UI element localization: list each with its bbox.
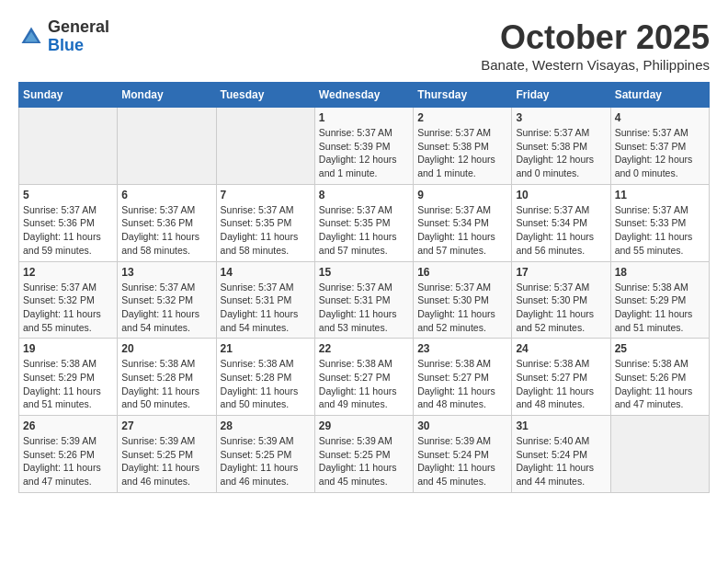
day-info: Sunrise: 5:37 AM Sunset: 5:34 PM Dayligh… — [417, 203, 507, 258]
calendar-cell: 30Sunrise: 5:39 AM Sunset: 5:24 PM Dayli… — [414, 416, 512, 493]
day-info: Sunrise: 5:37 AM Sunset: 5:32 PM Dayligh… — [23, 281, 113, 335]
day-info: Sunrise: 5:39 AM Sunset: 5:25 PM Dayligh… — [221, 434, 311, 488]
day-info: Sunrise: 5:37 AM Sunset: 5:35 PM Dayligh… — [221, 203, 311, 258]
day-number: 15 — [319, 266, 409, 279]
day-info: Sunrise: 5:38 AM Sunset: 5:29 PM Dayligh… — [23, 357, 113, 411]
day-number: 25 — [615, 342, 705, 355]
calendar-cell: 21Sunrise: 5:38 AM Sunset: 5:28 PM Dayli… — [216, 339, 314, 416]
day-info: Sunrise: 5:37 AM Sunset: 5:39 PM Dayligh… — [319, 126, 409, 180]
day-info: Sunrise: 5:38 AM Sunset: 5:27 PM Dayligh… — [516, 357, 606, 411]
calendar-cell: 25Sunrise: 5:38 AM Sunset: 5:26 PM Dayli… — [610, 339, 709, 416]
day-number: 13 — [121, 266, 211, 279]
weekday-header-row: SundayMondayTuesdayWednesdayThursdayFrid… — [19, 83, 710, 108]
calendar-cell: 28Sunrise: 5:39 AM Sunset: 5:25 PM Dayli… — [216, 416, 314, 493]
day-info: Sunrise: 5:37 AM Sunset: 5:33 PM Dayligh… — [615, 203, 705, 258]
day-number: 14 — [221, 266, 311, 279]
calendar-cell: 11Sunrise: 5:37 AM Sunset: 5:33 PM Dayli… — [610, 184, 709, 261]
logo-icon — [18, 24, 44, 50]
calendar-cell: 31Sunrise: 5:40 AM Sunset: 5:24 PM Dayli… — [512, 416, 610, 493]
day-info: Sunrise: 5:39 AM Sunset: 5:24 PM Dayligh… — [417, 434, 507, 488]
weekday-header-thursday: Thursday — [414, 83, 512, 108]
calendar-cell: 24Sunrise: 5:38 AM Sunset: 5:27 PM Dayli… — [512, 339, 610, 416]
day-number: 10 — [516, 189, 606, 201]
day-number: 18 — [615, 266, 705, 279]
calendar-cell: 18Sunrise: 5:38 AM Sunset: 5:29 PM Dayli… — [610, 261, 709, 339]
calendar-cell: 14Sunrise: 5:37 AM Sunset: 5:31 PM Dayli… — [216, 261, 314, 339]
day-info: Sunrise: 5:39 AM Sunset: 5:25 PM Dayligh… — [319, 434, 409, 488]
weekday-header-sunday: Sunday — [19, 83, 118, 108]
day-number: 26 — [23, 419, 113, 432]
weekday-header-friday: Friday — [512, 83, 610, 108]
weekday-header-saturday: Saturday — [610, 83, 709, 108]
calendar-cell: 19Sunrise: 5:38 AM Sunset: 5:29 PM Dayli… — [19, 339, 118, 416]
day-number: 30 — [417, 419, 507, 432]
calendar-cell — [19, 108, 118, 185]
day-number: 9 — [417, 189, 507, 201]
logo-blue-text: Blue — [48, 37, 109, 55]
calendar-cell: 12Sunrise: 5:37 AM Sunset: 5:32 PM Dayli… — [19, 261, 118, 339]
calendar-cell: 10Sunrise: 5:37 AM Sunset: 5:34 PM Dayli… — [512, 184, 610, 261]
calendar-cell: 20Sunrise: 5:38 AM Sunset: 5:28 PM Dayli… — [118, 339, 216, 416]
day-number: 20 — [121, 342, 211, 355]
calendar-cell: 16Sunrise: 5:37 AM Sunset: 5:30 PM Dayli… — [414, 261, 512, 339]
day-number: 6 — [121, 189, 211, 201]
day-number: 24 — [516, 342, 606, 355]
calendar-cell: 7Sunrise: 5:37 AM Sunset: 5:35 PM Daylig… — [216, 184, 314, 261]
day-info: Sunrise: 5:37 AM Sunset: 5:35 PM Dayligh… — [319, 203, 409, 258]
calendar-cell: 27Sunrise: 5:39 AM Sunset: 5:25 PM Dayli… — [118, 416, 216, 493]
day-number: 11 — [615, 189, 705, 201]
weekday-header-wednesday: Wednesday — [314, 83, 413, 108]
calendar-cell: 13Sunrise: 5:37 AM Sunset: 5:32 PM Dayli… — [118, 261, 216, 339]
day-number: 12 — [23, 266, 113, 279]
day-info: Sunrise: 5:38 AM Sunset: 5:26 PM Dayligh… — [615, 357, 705, 411]
day-number: 28 — [221, 419, 311, 432]
day-info: Sunrise: 5:37 AM Sunset: 5:38 PM Dayligh… — [417, 126, 507, 180]
day-info: Sunrise: 5:37 AM Sunset: 5:36 PM Dayligh… — [121, 203, 211, 258]
calendar-cell: 29Sunrise: 5:39 AM Sunset: 5:25 PM Dayli… — [314, 416, 413, 493]
day-number: 22 — [319, 342, 409, 355]
calendar-cell: 23Sunrise: 5:38 AM Sunset: 5:27 PM Dayli… — [414, 339, 512, 416]
day-number: 31 — [516, 419, 606, 432]
day-number: 4 — [615, 111, 705, 124]
day-number: 1 — [319, 111, 409, 124]
day-number: 8 — [319, 189, 409, 201]
calendar-cell: 26Sunrise: 5:39 AM Sunset: 5:26 PM Dayli… — [19, 416, 118, 493]
calendar-cell: 15Sunrise: 5:37 AM Sunset: 5:31 PM Dayli… — [314, 261, 413, 339]
day-info: Sunrise: 5:39 AM Sunset: 5:26 PM Dayligh… — [23, 434, 113, 488]
calendar-cell: 8Sunrise: 5:37 AM Sunset: 5:35 PM Daylig… — [314, 184, 413, 261]
calendar-body: 1Sunrise: 5:37 AM Sunset: 5:39 PM Daylig… — [19, 108, 710, 493]
calendar-week-4: 19Sunrise: 5:38 AM Sunset: 5:29 PM Dayli… — [19, 339, 710, 416]
calendar-cell: 2Sunrise: 5:37 AM Sunset: 5:38 PM Daylig… — [414, 108, 512, 185]
calendar-cell: 6Sunrise: 5:37 AM Sunset: 5:36 PM Daylig… — [118, 184, 216, 261]
calendar-cell: 3Sunrise: 5:37 AM Sunset: 5:38 PM Daylig… — [512, 108, 610, 185]
calendar-cell — [216, 108, 314, 185]
day-info: Sunrise: 5:38 AM Sunset: 5:29 PM Dayligh… — [615, 281, 705, 335]
calendar-header: SundayMondayTuesdayWednesdayThursdayFrid… — [19, 83, 710, 108]
day-number: 7 — [221, 189, 311, 201]
title-area: October 2025 Banate, Western Visayas, Ph… — [481, 18, 710, 73]
calendar-week-5: 26Sunrise: 5:39 AM Sunset: 5:26 PM Dayli… — [19, 416, 710, 493]
day-info: Sunrise: 5:38 AM Sunset: 5:28 PM Dayligh… — [221, 357, 311, 411]
day-info: Sunrise: 5:37 AM Sunset: 5:31 PM Dayligh… — [221, 281, 311, 335]
day-info: Sunrise: 5:40 AM Sunset: 5:24 PM Dayligh… — [516, 434, 606, 488]
calendar-cell — [610, 416, 709, 493]
day-info: Sunrise: 5:37 AM Sunset: 5:32 PM Dayligh… — [121, 281, 211, 335]
day-info: Sunrise: 5:37 AM Sunset: 5:37 PM Dayligh… — [615, 126, 705, 180]
day-number: 29 — [319, 419, 409, 432]
day-info: Sunrise: 5:37 AM Sunset: 5:30 PM Dayligh… — [516, 281, 606, 335]
day-info: Sunrise: 5:37 AM Sunset: 5:34 PM Dayligh… — [516, 203, 606, 258]
calendar-week-2: 5Sunrise: 5:37 AM Sunset: 5:36 PM Daylig… — [19, 184, 710, 261]
calendar-table: SundayMondayTuesdayWednesdayThursdayFrid… — [18, 82, 710, 493]
calendar-cell: 9Sunrise: 5:37 AM Sunset: 5:34 PM Daylig… — [414, 184, 512, 261]
logo: General Blue — [18, 18, 109, 55]
day-number: 21 — [221, 342, 311, 355]
calendar-week-3: 12Sunrise: 5:37 AM Sunset: 5:32 PM Dayli… — [19, 261, 710, 339]
day-number: 17 — [516, 266, 606, 279]
day-info: Sunrise: 5:38 AM Sunset: 5:27 PM Dayligh… — [417, 357, 507, 411]
day-number: 2 — [417, 111, 507, 124]
day-number: 27 — [121, 419, 211, 432]
calendar-cell: 22Sunrise: 5:38 AM Sunset: 5:27 PM Dayli… — [314, 339, 413, 416]
day-number: 3 — [516, 111, 606, 124]
day-info: Sunrise: 5:38 AM Sunset: 5:28 PM Dayligh… — [121, 357, 211, 411]
calendar-week-1: 1Sunrise: 5:37 AM Sunset: 5:39 PM Daylig… — [19, 108, 710, 185]
